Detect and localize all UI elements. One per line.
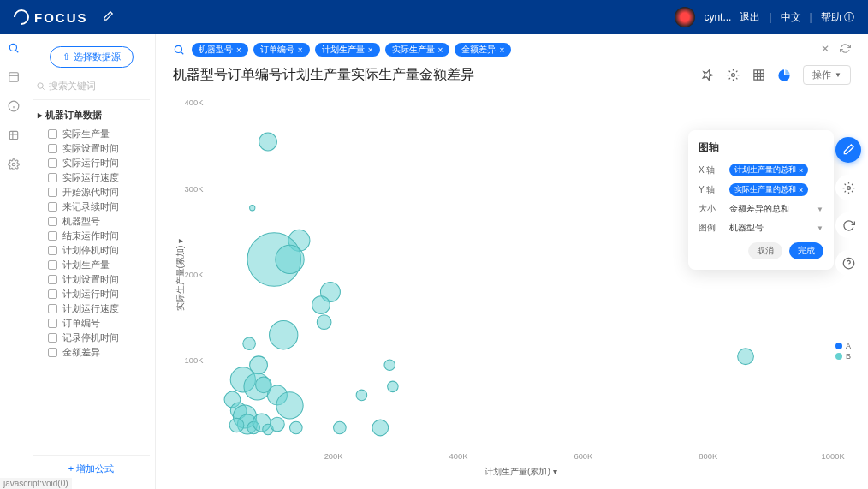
refresh-icon[interactable] (840, 43, 851, 57)
cancel-button[interactable]: 取消 (748, 242, 782, 259)
select-datasource-button[interactable]: ⇧ 选择数据源 (50, 46, 134, 68)
close-icon[interactable]: × (499, 45, 504, 55)
ok-button[interactable]: 完成 (789, 242, 823, 259)
settings-icon[interactable] (7, 158, 21, 171)
close-icon[interactable]: × (298, 45, 303, 55)
chevron-down-icon: ▼ (835, 71, 841, 79)
legend-item[interactable]: A (835, 342, 851, 350)
operations-dropdown[interactable]: 操作▼ (803, 65, 851, 85)
chart-settings-icon[interactable] (835, 175, 861, 200)
data-point[interactable] (384, 360, 395, 371)
sidebar-search[interactable]: 搜索关键词 (33, 76, 150, 100)
tree-item[interactable]: 计划运行速度 (33, 301, 150, 316)
legend-select[interactable]: 机器型号▼ (729, 222, 823, 234)
lang-link[interactable]: 中文 (781, 10, 801, 25)
table-icon[interactable] (752, 69, 765, 82)
data-point[interactable] (738, 349, 754, 365)
tree-item[interactable]: 实际运行速度 (33, 170, 150, 185)
data-point[interactable] (317, 315, 331, 330)
svg-text:800K: 800K (699, 452, 718, 461)
logout-link[interactable]: 退出 (740, 10, 760, 25)
clear-icon[interactable]: ✕ (821, 43, 829, 57)
help-icon[interactable] (835, 250, 861, 276)
axis-config-panel: 图轴 X 轴 计划生产量的总和× Y 轴 实际生产量的总和× 大小 金额差异的总… (688, 130, 834, 270)
tree-item[interactable]: 计划生产量 (33, 258, 150, 272)
svg-rect-8 (753, 70, 763, 80)
field-label: 机器型号 (62, 215, 100, 228)
data-point[interactable] (250, 206, 255, 211)
data-point[interactable] (290, 421, 303, 434)
field-label: 计划停机时间 (62, 244, 119, 257)
tree-item[interactable]: 开始源代时间 (33, 185, 150, 200)
search-icon[interactable] (173, 44, 185, 56)
tree-item[interactable]: 订单编号 (33, 316, 150, 331)
data-point[interactable] (388, 381, 399, 392)
search-tag[interactable]: 实际生产量 × (385, 43, 450, 57)
size-label: 大小 (699, 203, 722, 215)
close-icon[interactable]: × (799, 166, 803, 175)
search-tag[interactable]: 机器型号 × (192, 43, 248, 57)
reload-icon[interactable] (835, 212, 861, 238)
tree-item[interactable]: 计划运行时间 (33, 287, 150, 301)
close-icon[interactable]: × (799, 186, 803, 194)
legend-item[interactable]: B (835, 352, 851, 361)
logo-icon (10, 6, 32, 27)
search-tag[interactable]: 订单编号 × (253, 43, 310, 57)
pin-icon[interactable] (700, 69, 714, 82)
search-tags: 机器型号 ×订单编号 ×计划生产量 ×实际生产量 ×金额差异 × (192, 43, 511, 57)
tree-root[interactable]: ▸ 机器订单数据 (33, 107, 150, 127)
svg-point-5 (38, 83, 43, 88)
data-point[interactable] (243, 337, 256, 350)
chart-title: 机器型号订单编号计划生产量实际生产量金额差异 (173, 66, 474, 84)
help-link[interactable]: 帮助 ⓘ (821, 10, 854, 25)
close-icon[interactable]: × (368, 45, 373, 55)
tree-item[interactable]: 金额差异 (33, 345, 150, 360)
tree-item[interactable]: 计划设置时间 (33, 272, 150, 287)
data-point[interactable] (229, 418, 244, 432)
gear-icon[interactable] (726, 69, 740, 82)
app-header: FOCUS cynt... 退出 | 中文 | 帮助 ⓘ (0, 0, 868, 34)
tree-item[interactable]: 实际设置时间 (33, 141, 150, 156)
edit-chart-button[interactable] (835, 137, 861, 163)
tree-item[interactable]: 来记录续时间 (33, 200, 150, 214)
username[interactable]: cynt... (704, 11, 731, 23)
tree-item[interactable]: 实际生产量 (33, 127, 150, 141)
field-type-icon (48, 260, 57, 270)
data-point[interactable] (356, 390, 367, 401)
data-point[interactable] (334, 421, 347, 434)
tree-item[interactable]: 实际运行时间 (33, 156, 150, 170)
avatar[interactable] (675, 7, 695, 27)
close-icon[interactable]: × (236, 45, 241, 55)
tree-item[interactable]: 记录停机时间 (33, 331, 150, 345)
data-point[interactable] (312, 296, 330, 314)
tree-item[interactable]: 机器型号 (33, 214, 150, 229)
tree-item[interactable]: 计划停机时间 (33, 243, 150, 258)
data-point[interactable] (259, 133, 277, 151)
data-point[interactable] (276, 245, 304, 273)
y-axis-chip[interactable]: 实际生产量的总和× (729, 183, 808, 196)
svg-point-20 (847, 186, 850, 189)
svg-point-4 (12, 163, 15, 166)
data-icon[interactable] (7, 128, 21, 142)
tree-item[interactable]: 结束运作时间 (33, 229, 150, 243)
search-tag[interactable]: 计划生产量 × (315, 43, 380, 57)
close-icon[interactable]: × (438, 45, 443, 55)
size-select[interactable]: 金额差异的总和▼ (729, 203, 823, 215)
data-point[interactable] (271, 417, 285, 432)
data-point[interactable] (270, 321, 298, 349)
field-type-icon (48, 217, 57, 226)
upload-icon: ⇧ (62, 51, 70, 63)
x-axis-chip[interactable]: 计划生产量的总和× (729, 164, 808, 176)
dashboard-icon[interactable] (7, 70, 21, 84)
svg-point-0 (9, 44, 16, 51)
svg-text:计划生产量(累加) ▾: 计划生产量(累加) ▾ (485, 467, 557, 476)
pie-chart-icon[interactable] (777, 69, 791, 82)
search-icon[interactable] (7, 41, 21, 55)
edit-icon[interactable] (102, 10, 114, 25)
svg-point-7 (731, 74, 734, 77)
field-label: 计划运行时间 (62, 288, 119, 301)
data-point[interactable] (372, 420, 389, 436)
search-tag[interactable]: 金额差异 × (455, 43, 511, 57)
info-icon[interactable] (7, 99, 21, 113)
data-point[interactable] (276, 392, 303, 419)
